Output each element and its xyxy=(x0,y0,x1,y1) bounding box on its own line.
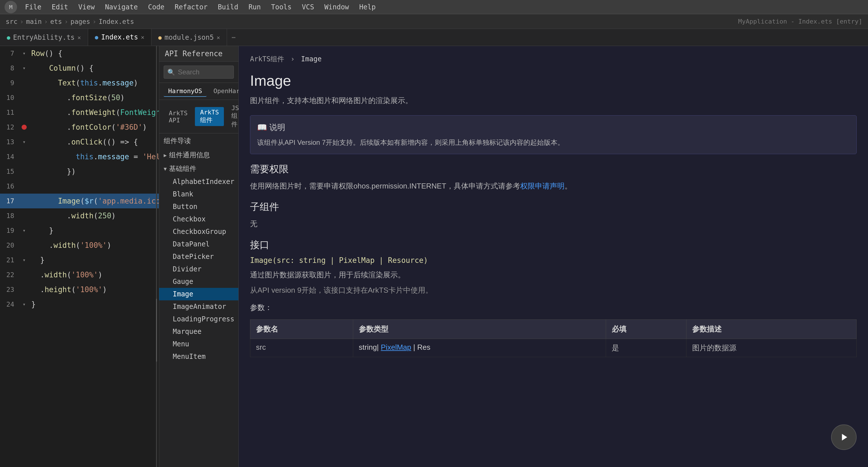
code-line-12: 12 .fontColor('#36D') xyxy=(0,120,159,135)
nav-child-loadingprogress[interactable]: LoadingProgress xyxy=(159,313,238,325)
nav-child-blank[interactable]: Blank xyxy=(159,188,238,200)
nav-child-imageanimator[interactable]: ImageAnimator xyxy=(159,300,238,313)
cell-src-type: string| PixelMap | Res xyxy=(353,339,606,357)
menu-item-vcs[interactable]: VCS xyxy=(300,2,316,12)
tab-close-entryability[interactable]: ✕ xyxy=(78,34,81,41)
nav-child-marquee[interactable]: Marquee xyxy=(159,325,238,338)
breadcrumb-ets[interactable]: ets xyxy=(50,18,62,25)
docs-breadcrumb-parent[interactable]: ArkTS组件 xyxy=(250,55,284,63)
nav-child-checkboxgroup[interactable]: CheckboxGroup xyxy=(159,225,238,238)
doc-notice-box: 📖 说明 该组件从API Version 7开始支持。后续版本如有新增内容，则采… xyxy=(250,115,857,154)
fold-icon-21[interactable]: ▾ xyxy=(23,253,26,267)
menu-item-tools[interactable]: Tools xyxy=(269,2,294,12)
cell-src-name: src xyxy=(250,339,353,357)
search-input[interactable] xyxy=(178,68,230,76)
code-line-9: 9 Text(this.message) xyxy=(0,75,159,90)
breadcrumb-main[interactable]: main xyxy=(26,18,41,25)
breadcrumb-right: MyApplication - Index.ets [entry] xyxy=(738,18,862,25)
tab-icon-ts: ● xyxy=(7,34,10,41)
breadcrumb-file[interactable]: Index.ets xyxy=(99,18,134,25)
code-line-16: 16 xyxy=(0,179,159,194)
nav-child-alphabetindexer[interactable]: AlphabetIndexer xyxy=(159,175,238,188)
menu-item-navigate[interactable]: Navigate xyxy=(102,2,140,12)
tab-harmonyos[interactable]: HarmonyOS xyxy=(164,86,207,97)
breakpoint-12[interactable] xyxy=(22,125,27,130)
tab-more-options[interactable]: ⋯ xyxy=(227,34,240,41)
arrow-icon-common: ▶ xyxy=(164,152,167,158)
main-layout: 7 ▾ Row() { 8 ▾ Column() { 9 Text(this.m… xyxy=(0,46,868,467)
code-line-20: 20 .width('100%') xyxy=(0,238,159,253)
search-box[interactable]: 🔍 xyxy=(164,66,234,79)
code-editor[interactable]: 7 ▾ Row() { 8 ▾ Column() { 9 Text(this.m… xyxy=(0,46,159,467)
doc-description: 图片组件，支持本地图片和网络图片的渲染展示。 xyxy=(250,95,857,107)
nav-child-datapanel[interactable]: DataPanel xyxy=(159,238,238,251)
nav-item-common-info[interactable]: ▶ 组件通用信息 xyxy=(159,148,238,162)
nav-child-gauge[interactable]: Gauge xyxy=(159,275,238,288)
nav-child-image[interactable]: Image xyxy=(159,288,238,300)
nav-child-divider[interactable]: Divider xyxy=(159,263,238,275)
menu-item-build[interactable]: Build xyxy=(215,2,240,12)
nav-child-checkbox[interactable]: Checkbox xyxy=(159,213,238,225)
col-header-type: 参数类型 xyxy=(353,320,606,339)
breadcrumb-pages[interactable]: pages xyxy=(70,18,90,25)
code-line-17[interactable]: 17 Image($r('app.media.icon')) xyxy=(0,194,159,208)
fold-icon-8[interactable]: ▾ xyxy=(23,61,26,75)
code-line-23: 23 .height('100%') xyxy=(0,282,159,297)
menu-item-run[interactable]: Run xyxy=(246,2,263,12)
nav-child-menuitem[interactable]: MenuItem xyxy=(159,350,238,363)
menu-item-file[interactable]: File xyxy=(23,2,44,12)
col-header-desc: 参数描述 xyxy=(686,320,857,339)
doc-notice-content: 该组件从API Version 7开始支持。后续版本如有新增内容，则采用上角标单… xyxy=(257,137,849,148)
floating-action-button[interactable] xyxy=(831,425,857,450)
menu-item-refactor[interactable]: Refactor xyxy=(173,2,210,12)
api-panel-header: API Reference xyxy=(159,46,238,62)
doc-params-label: 参数： xyxy=(250,302,857,314)
fold-icon-24[interactable]: ▾ xyxy=(23,297,26,312)
breadcrumb-src[interactable]: src xyxy=(6,18,18,25)
menu-item-help[interactable]: Help xyxy=(357,2,378,12)
svg-marker-0 xyxy=(842,434,847,440)
code-line-7: 7 ▾ Row() { xyxy=(0,46,159,61)
pixelmap-link[interactable]: PixelMap xyxy=(381,343,411,352)
code-line-24: 24 ▾ } xyxy=(0,297,159,312)
code-line-11: 11 .fontWeight(FontWeight.Bold) xyxy=(0,105,159,120)
menu-item-window[interactable]: Window xyxy=(322,2,351,12)
fold-icon-7[interactable]: ▾ xyxy=(23,46,26,61)
tab-modulejson[interactable]: ● module.json5 ✕ xyxy=(151,29,227,46)
api-tabs: HarmonyOS OpenHarmony xyxy=(159,83,238,100)
sub-tab-arkts-api[interactable]: ArkTS API xyxy=(164,108,193,126)
nav-child-menu[interactable]: Menu xyxy=(159,338,238,350)
api-sub-tabs: ArkTS API ArkTS 组件 JS 组件 xyxy=(159,100,238,133)
code-line-15: 15 }) xyxy=(0,164,159,179)
code-line-14: 14 this.message = 'Hello ArkTS!' xyxy=(0,149,159,164)
nav-item-basic-components[interactable]: ▼ 基础组件 xyxy=(159,162,238,175)
fold-icon-19[interactable]: ▾ xyxy=(23,223,26,238)
docs-breadcrumb-current: Image xyxy=(301,55,322,63)
permissions-link[interactable]: 权限申请声明 xyxy=(520,182,564,190)
code-line-18: 18 .width(250) xyxy=(0,208,159,223)
code-line-8: 8 ▾ Column() { xyxy=(0,61,159,75)
tab-close-modulejson[interactable]: ✕ xyxy=(217,34,220,41)
menu-item-edit[interactable]: Edit xyxy=(50,2,70,12)
arrow-icon-basic: ▼ xyxy=(164,166,167,172)
doc-interface-note: 从API version 9开始，该接口支持在ArkTS卡片中使用。 xyxy=(250,285,857,296)
api-search-container: 🔍 xyxy=(159,62,238,83)
tab-icon-ets: ● xyxy=(95,34,98,41)
tab-index[interactable]: ● Index.ets ✕ xyxy=(88,29,151,46)
tab-close-index[interactable]: ✕ xyxy=(141,34,144,41)
sub-tab-arkts-component[interactable]: ArkTS 组件 xyxy=(195,107,224,126)
editor-scrollbar-thumb[interactable] xyxy=(156,299,157,362)
doc-title: Image xyxy=(250,72,857,89)
tab-entryability[interactable]: ● EntryAbility.ts ✕ xyxy=(0,29,88,46)
tab-label-index: Index.ets xyxy=(101,33,138,41)
editor-scrollbar[interactable] xyxy=(156,46,157,467)
code-line-10: 10 .fontSize(50) xyxy=(0,90,159,105)
menu-item-view[interactable]: View xyxy=(76,2,97,12)
cell-src-required: 是 xyxy=(606,339,686,357)
fold-icon-13[interactable]: ▾ xyxy=(23,135,26,149)
menu-item-code[interactable]: Code xyxy=(146,2,167,12)
doc-notice-title: 📖 说明 xyxy=(257,121,849,134)
nav-child-datepicker[interactable]: DatePicker xyxy=(159,251,238,263)
tab-bar: ● EntryAbility.ts ✕ ● Index.ets ✕ ● modu… xyxy=(0,29,868,46)
nav-child-button[interactable]: Button xyxy=(159,200,238,213)
